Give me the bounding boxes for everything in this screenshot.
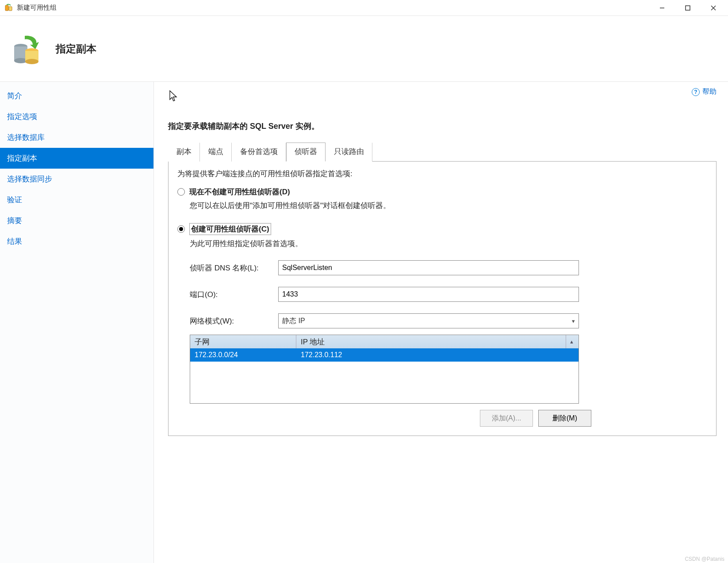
tab-replica[interactable]: 副本 bbox=[168, 143, 200, 162]
nav-item-select-db[interactable]: 选择数据库 bbox=[0, 127, 153, 148]
instruction-text: 指定要承载辅助副本的 SQL Server 实例。 bbox=[168, 121, 717, 131]
option-create: 创建可用性组侦听器(C) 为此可用性组指定侦听器首选项。 bbox=[177, 223, 707, 249]
help-link[interactable]: ? 帮助 bbox=[692, 87, 717, 96]
nav-item-specify-replica[interactable]: 指定副本 bbox=[0, 148, 153, 169]
nav-item-intro[interactable]: 简介 bbox=[0, 85, 153, 106]
help-label: 帮助 bbox=[702, 87, 717, 96]
radio-create-desc: 为此可用性组指定侦听器首选项。 bbox=[190, 239, 707, 249]
option-no-create: 现在不创建可用性组侦听器(D) 您可以在以后使用"添加可用性组侦听器"对话框创建… bbox=[177, 187, 707, 211]
grid-empty-area bbox=[190, 362, 579, 403]
radio-create[interactable] bbox=[177, 225, 185, 233]
maximize-button[interactable] bbox=[675, 0, 701, 15]
netmode-value: 静态 IP bbox=[282, 316, 305, 326]
grid-header: 子网 IP 地址 ▲ bbox=[190, 335, 579, 348]
ip-grid: 子网 IP 地址 ▲ 172.23.0.0/24 172.23.0.112 bbox=[190, 335, 579, 404]
svg-rect-1 bbox=[9, 7, 12, 11]
port-label: 端口(O): bbox=[190, 289, 278, 300]
add-button[interactable]: 添加(A)... bbox=[480, 410, 533, 427]
tab-backup-pref[interactable]: 备份首选项 bbox=[232, 143, 286, 162]
tab-readonly-route[interactable]: 只读路由 bbox=[326, 143, 372, 162]
chevron-down-icon: ▾ bbox=[572, 318, 575, 324]
col-ip[interactable]: IP 地址 bbox=[296, 335, 566, 348]
window-title: 新建可用性组 bbox=[17, 4, 57, 12]
port-input[interactable] bbox=[278, 287, 579, 302]
close-button[interactable] bbox=[701, 0, 726, 15]
listener-intro: 为将提供客户端连接点的可用性组侦听器指定首选项: bbox=[177, 169, 707, 179]
page-title: 指定副本 bbox=[56, 42, 96, 56]
netmode-select[interactable]: 静态 IP ▾ bbox=[278, 313, 579, 328]
svg-point-11 bbox=[25, 59, 38, 64]
grid-row[interactable]: 172.23.0.0/24 172.23.0.112 bbox=[190, 348, 579, 362]
svg-rect-3 bbox=[686, 6, 690, 10]
radio-no-create[interactable] bbox=[177, 188, 185, 196]
replica-tabs: 副本 端点 备份首选项 侦听器 只读路由 bbox=[168, 142, 717, 162]
tab-endpoint[interactable]: 端点 bbox=[200, 143, 232, 162]
listener-form: 侦听器 DNS 名称(L): 端口(O): 网络模式(W): 静态 IP bbox=[190, 260, 579, 328]
main-panel: ? 帮助 指定要承载辅助副本的 SQL Server 实例。 副本 端点 备份首… bbox=[154, 82, 728, 563]
listener-panel: 为将提供客户端连接点的可用性组侦听器指定首选项: 现在不创建可用性组侦听器(D)… bbox=[168, 162, 717, 436]
app-icon bbox=[4, 4, 13, 12]
wizard-nav: 简介 指定选项 选择数据库 指定副本 选择数据同步 验证 摘要 结果 bbox=[0, 82, 154, 563]
grid-buttons: 添加(A)... 删除(M) bbox=[190, 410, 591, 427]
radio-create-label: 创建可用性组侦听器(C) bbox=[189, 223, 271, 235]
wizard-icon bbox=[11, 31, 45, 66]
titlebar: 新建可用性组 bbox=[0, 0, 728, 16]
cell-subnet: 172.23.0.0/24 bbox=[190, 348, 296, 362]
radio-no-create-desc: 您可以在以后使用"添加可用性组侦听器"对话框创建侦听器。 bbox=[190, 201, 707, 211]
nav-item-validate[interactable]: 验证 bbox=[0, 189, 153, 210]
radio-no-create-label: 现在不创建可用性组侦听器(D) bbox=[189, 187, 290, 197]
sort-up-icon: ▲ bbox=[569, 339, 574, 344]
nav-item-data-sync[interactable]: 选择数据同步 bbox=[0, 169, 153, 189]
watermark: CSDN @Patanis bbox=[685, 556, 724, 562]
dns-name-label: 侦听器 DNS 名称(L): bbox=[190, 263, 278, 273]
netmode-label: 网络模式(W): bbox=[190, 316, 278, 326]
cursor-icon bbox=[169, 90, 178, 102]
delete-button[interactable]: 删除(M) bbox=[538, 410, 591, 427]
tab-listener[interactable]: 侦听器 bbox=[286, 143, 326, 162]
wizard-header: 指定副本 bbox=[0, 16, 728, 81]
svg-rect-0 bbox=[5, 5, 8, 11]
nav-item-options[interactable]: 指定选项 bbox=[0, 106, 153, 127]
nav-item-summary[interactable]: 摘要 bbox=[0, 210, 153, 231]
dns-name-input[interactable] bbox=[278, 260, 579, 275]
minimize-button[interactable] bbox=[649, 0, 675, 15]
cell-ip: 172.23.0.112 bbox=[296, 348, 566, 362]
col-subnet[interactable]: 子网 bbox=[190, 335, 296, 348]
help-icon: ? bbox=[692, 88, 700, 96]
col-sort[interactable]: ▲ bbox=[566, 335, 579, 348]
nav-item-result[interactable]: 结果 bbox=[0, 231, 153, 252]
